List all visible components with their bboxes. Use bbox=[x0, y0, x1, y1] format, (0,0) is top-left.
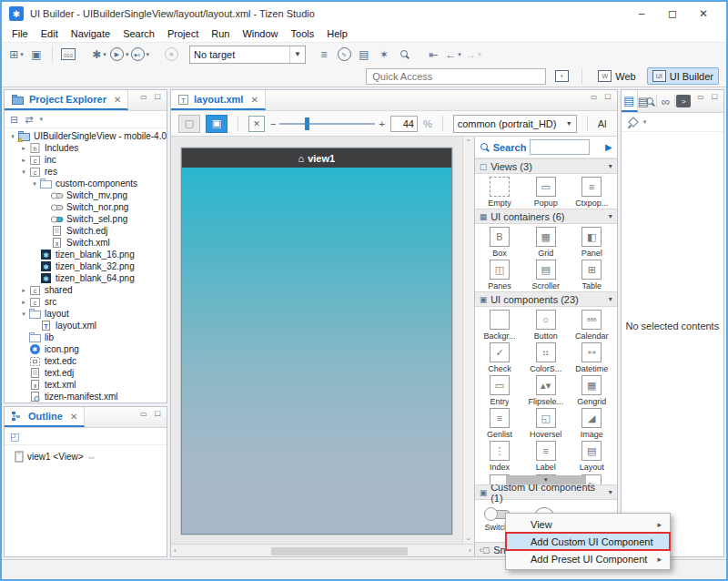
palette-item-genlist[interactable]: ≡Genlist bbox=[477, 408, 523, 439]
package-manager-button[interactable]: ▤ bbox=[355, 46, 373, 64]
zoom-slider-track[interactable] bbox=[279, 123, 375, 125]
palette-item-layout[interactable]: ▤Layout bbox=[569, 441, 615, 472]
open-perspective-button[interactable]: + bbox=[552, 67, 571, 86]
back-button[interactable]: ←▾ bbox=[444, 46, 462, 64]
palette-search-input[interactable] bbox=[530, 139, 590, 155]
forward-button[interactable]: →▾ bbox=[464, 46, 482, 64]
palette-item-check[interactable]: ✓Check bbox=[477, 342, 523, 373]
last-edit-location-button[interactable]: ⇤ bbox=[424, 46, 442, 64]
tree-item[interactable]: ✱tizen_blank_64.png bbox=[6, 272, 167, 284]
stop-button[interactable]: ■ bbox=[162, 46, 180, 64]
palette-item-label[interactable]: ≡Label bbox=[522, 441, 569, 472]
palette-item-panel[interactable]: ◧Panel bbox=[569, 227, 615, 258]
tab-console[interactable]: > bbox=[676, 90, 693, 112]
palette-item-index[interactable]: ⋮Index bbox=[477, 441, 523, 472]
dynamic-analyzer-button[interactable]: ∿ bbox=[335, 46, 353, 64]
context-menu-item-add-preset-ui-component[interactable]: Add Preset UI Component▸ bbox=[506, 550, 670, 567]
run-configurations-button[interactable]: ▶≡▾ bbox=[131, 46, 150, 64]
save-all-button[interactable]: ▣ bbox=[27, 46, 46, 64]
minimize-panel-icon[interactable]: ▭ bbox=[140, 93, 147, 101]
chevron-down-icon[interactable]: ▾ bbox=[643, 118, 647, 126]
palette-item-ctxpop[interactable]: ≡Ctxpop... bbox=[569, 177, 615, 208]
search-go-icon[interactable]: ▶ bbox=[605, 142, 612, 152]
perspective-ui-builder-button[interactable]: UI UI Builder bbox=[647, 67, 719, 85]
collapse-section-icon[interactable]: ▾ bbox=[609, 212, 612, 220]
expander-icon[interactable]: ▾ bbox=[30, 180, 39, 188]
source-view-toggle[interactable]: ▢ bbox=[178, 115, 200, 133]
collapse-section-icon[interactable]: ▾ bbox=[609, 162, 612, 170]
menu-edit[interactable]: Edit bbox=[35, 27, 65, 40]
explore-connected-device-button[interactable] bbox=[395, 46, 413, 64]
section-header-custom[interactable]: ▣Custom UI components (1)▾ bbox=[475, 484, 617, 500]
scroll-down-icon[interactable]: ⌄ bbox=[466, 535, 471, 542]
minimize-panel-icon[interactable]: ▭ bbox=[591, 93, 598, 101]
palette-item-image[interactable]: ◢Image bbox=[569, 408, 615, 439]
palette-scroll-down-indicator[interactable]: ▾ bbox=[506, 475, 586, 484]
view1-body[interactable] bbox=[182, 168, 451, 534]
maximize-panel-icon[interactable]: ☐ bbox=[712, 93, 718, 101]
palette-item-calendar[interactable]: 888Calendar bbox=[569, 310, 615, 341]
palette-item-panes[interactable]: ◫Panes bbox=[477, 260, 523, 290]
palette-item-entry[interactable]: ▭Entry bbox=[477, 375, 523, 406]
certificate-manager-button[interactable]: ✶ bbox=[375, 46, 393, 64]
palette-item-scroller[interactable]: ▤Scroller bbox=[522, 260, 569, 290]
perspective-web-button[interactable]: W Web bbox=[593, 68, 640, 84]
outline-view1-item[interactable]: view1 <View> ⇔ bbox=[5, 445, 167, 463]
palette-item-grid[interactable]: ▦Grid bbox=[522, 227, 569, 258]
close-icon[interactable]: ✕ bbox=[70, 412, 77, 422]
outline-tab[interactable]: Outline ✕ bbox=[5, 407, 85, 427]
zoom-slider-thumb[interactable] bbox=[305, 117, 309, 130]
expander-icon[interactable]: ▸ bbox=[19, 287, 28, 294]
section-header-views[interactable]: ▢Views (3)▾ bbox=[475, 158, 617, 174]
dropdown-caret-icon[interactable]: ▾ bbox=[147, 51, 150, 58]
dropdown-caret-icon[interactable]: ▾ bbox=[458, 51, 461, 58]
design-canvas[interactable]: ⌂ view1 bbox=[171, 137, 462, 544]
collapse-all-icon[interactable]: ⊟ bbox=[10, 114, 18, 126]
dropdown-caret-icon[interactable]: ▾ bbox=[478, 51, 481, 58]
target-combo[interactable]: No target▼ bbox=[189, 46, 306, 64]
menu-help[interactable]: Help bbox=[320, 27, 354, 40]
layout-xml-editor-tab[interactable]: T layout.xml ✕ bbox=[171, 90, 266, 110]
tree-item[interactable]: xSwitch.xml bbox=[6, 237, 167, 249]
menu-run[interactable]: Run bbox=[205, 27, 236, 40]
palette-item-colors[interactable]: ⠶ColorS... bbox=[522, 342, 569, 373]
add-view-icon[interactable]: ◰ bbox=[10, 431, 19, 443]
debug-button[interactable]: ✱▾ bbox=[90, 46, 108, 64]
section-header-ui[interactable]: ▣UI components (23)▾ bbox=[475, 291, 617, 307]
menu-navigate[interactable]: Navigate bbox=[65, 27, 116, 40]
canvas-horizontal-scrollbar[interactable]: ‹ › bbox=[171, 544, 474, 556]
maximize-panel-icon[interactable]: ☐ bbox=[155, 93, 161, 101]
build-binary-button[interactable]: 010 bbox=[59, 46, 77, 64]
maximize-panel-icon[interactable]: ☐ bbox=[604, 93, 611, 101]
expander-icon[interactable]: ▸ bbox=[19, 145, 28, 152]
menu-tools[interactable]: Tools bbox=[285, 27, 321, 40]
tree-item[interactable]: ▸cinc bbox=[6, 154, 167, 166]
menu-search[interactable]: Search bbox=[116, 27, 161, 40]
menu-window[interactable]: Window bbox=[236, 27, 284, 40]
view-menu-icon[interactable]: ▾ bbox=[39, 116, 43, 123]
tree-item[interactable]: ✱tizen_blank_32.png bbox=[6, 260, 167, 272]
tree-item[interactable]: ✱tizen_blank_16.png bbox=[6, 249, 167, 260]
filter-combo-truncated[interactable]: Al bbox=[598, 118, 610, 129]
maximize-button[interactable]: ◻ bbox=[657, 4, 688, 24]
run-button[interactable]: ▶▾ bbox=[110, 46, 129, 64]
scrollbar-thumb[interactable] bbox=[271, 547, 408, 556]
view1-preview[interactable]: ⌂ view1 bbox=[181, 148, 452, 535]
minimize-button[interactable]: – bbox=[626, 4, 657, 24]
collapse-section-icon[interactable]: ▾ bbox=[609, 295, 612, 303]
scroll-left-icon[interactable]: ‹ bbox=[174, 546, 177, 555]
tree-item[interactable]: Switch_mv.png bbox=[6, 189, 167, 201]
tab-bindings[interactable]: ∞ bbox=[658, 90, 674, 112]
tree-item[interactable]: text.edc bbox=[6, 355, 167, 367]
palette-item-gengrid[interactable]: ▦Gengrid bbox=[569, 375, 615, 406]
section-header-ui[interactable]: ▦UI containers (6)▾ bbox=[475, 209, 617, 224]
close-icon[interactable]: ✕ bbox=[250, 95, 258, 105]
link-with-editor-icon[interactable]: ⇄ bbox=[25, 114, 33, 126]
palette-item-empty[interactable]: Empty bbox=[477, 177, 523, 208]
new-wizard-button[interactable]: ⊞▾ bbox=[7, 46, 25, 64]
palette-item-datetime[interactable]: #:#Datetime bbox=[569, 342, 615, 373]
tree-item[interactable]: xtext.xml bbox=[6, 379, 167, 391]
tree-item[interactable]: Switch_nor.png bbox=[6, 201, 167, 213]
zoom-value-field[interactable]: 44 bbox=[390, 116, 418, 132]
close-button[interactable]: ✕ bbox=[688, 4, 719, 24]
